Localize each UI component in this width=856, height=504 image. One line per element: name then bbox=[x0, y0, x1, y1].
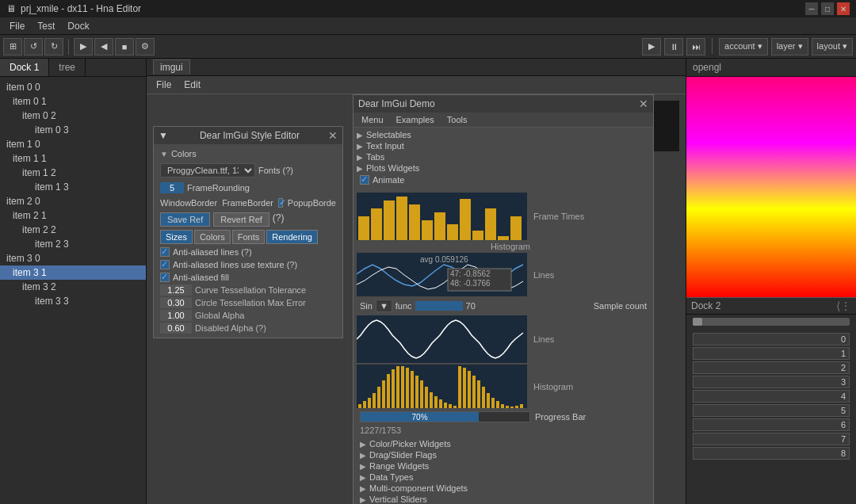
toolbar-btn-2[interactable]: ↺ bbox=[24, 38, 43, 55]
chk-antialiased-texture[interactable] bbox=[160, 260, 170, 269]
tree-item-14[interactable]: item 3 2 bbox=[0, 280, 146, 294]
menu-dock[interactable]: Dock bbox=[61, 19, 95, 33]
svg-rect-51 bbox=[520, 404, 523, 408]
tab-sizes[interactable]: Sizes bbox=[160, 230, 193, 244]
font-selector[interactable]: ProggyClean.ttf, 13p bbox=[160, 163, 255, 178]
imgui-menu-file[interactable]: File bbox=[150, 78, 178, 92]
histogram-label-row: Histogram bbox=[357, 242, 650, 251]
toolbar-btn-4[interactable]: ▶ bbox=[74, 38, 93, 55]
tab-colors[interactable]: Colors bbox=[194, 230, 231, 244]
tree-item-7[interactable]: item 1 3 bbox=[0, 180, 146, 194]
section-data-types[interactable]: ▶ Data Types bbox=[357, 472, 650, 483]
close-button[interactable]: ✕ bbox=[837, 2, 850, 15]
toolbar-btn-6[interactable]: ■ bbox=[115, 38, 134, 55]
tree-item-12[interactable]: item 3 0 bbox=[0, 251, 146, 265]
toolbar-btn-3[interactable]: ↻ bbox=[44, 38, 63, 55]
sin-label: Sin bbox=[360, 301, 373, 311]
app-icon: 🖥 bbox=[6, 3, 16, 14]
section-range-widgets[interactable]: ▶ Range Widgets bbox=[357, 460, 650, 472]
menu-file[interactable]: File bbox=[3, 19, 31, 33]
account-dropdown[interactable]: account ▾ bbox=[719, 38, 768, 55]
tree-item-6[interactable]: item 1 2 bbox=[0, 166, 146, 180]
imgui-demo-panel: Dear ImGui Demo ✕ Menu Examples Tools ▶ … bbox=[353, 94, 654, 504]
tab-dock1[interactable]: Dock 1 bbox=[0, 59, 49, 76]
sin-dropdown-btn[interactable]: ▼ bbox=[376, 300, 392, 312]
pause-button[interactable]: ⏸ bbox=[664, 38, 683, 55]
colors-section: ▼ Colors bbox=[157, 147, 339, 160]
antialiased-lines-label: Anti-aliased lines (?) bbox=[173, 247, 252, 257]
lines-row: avg 0.059126 47: -0.8562 48: -0.3766 Lin… bbox=[357, 253, 650, 296]
section-multi-component[interactable]: ▶ Multi-component Widgets bbox=[357, 483, 650, 494]
tree-item-5[interactable]: item 1 1 bbox=[0, 151, 146, 166]
slider-handle[interactable] bbox=[693, 318, 702, 326]
framerounding-input[interactable] bbox=[160, 182, 184, 193]
dock2-num-2: 2 bbox=[690, 361, 853, 375]
animate-checkbox[interactable] bbox=[360, 175, 369, 185]
section-drag-slider[interactable]: ▶ Drag/Slider Flags bbox=[357, 449, 650, 460]
demo-menu-examples[interactable]: Examples bbox=[392, 114, 439, 125]
fonts-label: Fonts (?) bbox=[258, 166, 293, 175]
tree-item-3[interactable]: item 0 3 bbox=[0, 123, 146, 137]
tree-item-15[interactable]: item 3 3 bbox=[0, 294, 146, 308]
tree-item-2[interactable]: item 0 2 bbox=[0, 109, 146, 123]
svg-rect-44 bbox=[487, 393, 490, 408]
animate-label: Animate bbox=[373, 175, 404, 185]
tab-tree[interactable]: tree bbox=[49, 59, 86, 76]
right-panel: opengl Dock 2 ⟨ ⋮ 0 1 2 bbox=[686, 59, 856, 504]
demo-section-plots[interactable]: ▶ Plots Widgets bbox=[353, 162, 653, 174]
demo-titlebar[interactable]: Dear ImGui Demo ✕ bbox=[353, 95, 653, 113]
revert-ref-button[interactable]: Revert Ref bbox=[213, 212, 269, 227]
imgui-tab[interactable]: imgui bbox=[153, 59, 190, 74]
demo-section-tabs[interactable]: ▶ Tabs bbox=[353, 151, 653, 162]
border-row: WindowBorder FrameBorder PopupBorde bbox=[157, 197, 339, 209]
tree-item-13[interactable]: item 3 1 bbox=[0, 265, 146, 280]
minimize-button[interactable]: ─ bbox=[805, 2, 818, 15]
demo-section-text-input[interactable]: ▶ Text Input bbox=[353, 140, 653, 151]
layout-dropdown[interactable]: layout ▾ bbox=[812, 38, 853, 55]
imgui-menu-edit[interactable]: Edit bbox=[178, 78, 207, 92]
tree-item-10[interactable]: item 2 2 bbox=[0, 223, 146, 237]
play-button[interactable]: ▶ bbox=[642, 38, 661, 55]
style-editor-close[interactable]: ✕ bbox=[328, 129, 338, 142]
popupborder-checkbox[interactable] bbox=[278, 198, 283, 208]
num-box-6: 6 bbox=[693, 418, 850, 431]
svg-rect-8 bbox=[460, 199, 471, 240]
tab-fonts[interactable]: Fonts bbox=[232, 230, 266, 244]
num-box-5: 5 bbox=[693, 404, 850, 417]
demo-section-selectables[interactable]: ▶ Selectables bbox=[353, 129, 653, 140]
tree-item-11[interactable]: item 2 3 bbox=[0, 237, 146, 251]
style-editor-titlebar[interactable]: ▼ Dear ImGui Style Editor ✕ bbox=[154, 127, 342, 144]
func-slider[interactable] bbox=[415, 301, 463, 311]
colors-arrow: ▼ bbox=[160, 150, 168, 158]
chk-antialiased-lines[interactable] bbox=[160, 247, 170, 257]
tab-rendering[interactable]: Rendering bbox=[266, 230, 318, 244]
checkbox-antialiased-texture: Anti-aliased lines use texture (?) bbox=[157, 258, 339, 271]
num-box-1: 1 bbox=[693, 347, 850, 360]
chk-antialiased-fill[interactable] bbox=[160, 273, 170, 282]
demo-menu-tools[interactable]: Tools bbox=[442, 114, 472, 125]
section-vertical-sliders[interactable]: ▶ Vertical Sliders bbox=[357, 494, 650, 504]
demo-close[interactable]: ✕ bbox=[639, 97, 648, 110]
svg-rect-36 bbox=[449, 404, 452, 408]
tree-item-9[interactable]: item 2 1 bbox=[0, 208, 146, 223]
imgui-header: imgui bbox=[147, 59, 686, 76]
section-color-picker[interactable]: ▶ Color/Picker Widgets bbox=[357, 438, 650, 449]
save-ref-button[interactable]: Save Ref bbox=[160, 212, 210, 227]
maximize-button[interactable]: □ bbox=[821, 2, 834, 15]
tree-item-0[interactable]: item 0 0 bbox=[0, 80, 146, 94]
dock2-menu[interactable]: ⋮ bbox=[840, 300, 851, 312]
tree-item-8[interactable]: item 2 0 bbox=[0, 194, 146, 208]
toolbar-btn-5[interactable]: ◀ bbox=[94, 38, 113, 55]
next-button[interactable]: ⏭ bbox=[686, 38, 705, 55]
toolbar-btn-7[interactable]: ⚙ bbox=[136, 38, 155, 55]
toolbar-btn-1[interactable]: ⊞ bbox=[3, 38, 22, 55]
svg-rect-28 bbox=[411, 371, 414, 408]
demo-menu-menu[interactable]: Menu bbox=[357, 114, 388, 125]
plots-label: Plots Widgets bbox=[366, 163, 419, 173]
layer-dropdown[interactable]: layer ▾ bbox=[771, 38, 808, 55]
menu-test[interactable]: Test bbox=[31, 19, 61, 33]
slider-track[interactable] bbox=[693, 318, 850, 326]
tree-item-1[interactable]: item 0 1 bbox=[0, 94, 146, 109]
tree-item-4[interactable]: item 1 0 bbox=[0, 137, 146, 151]
histogram-label: Histogram bbox=[360, 242, 530, 251]
